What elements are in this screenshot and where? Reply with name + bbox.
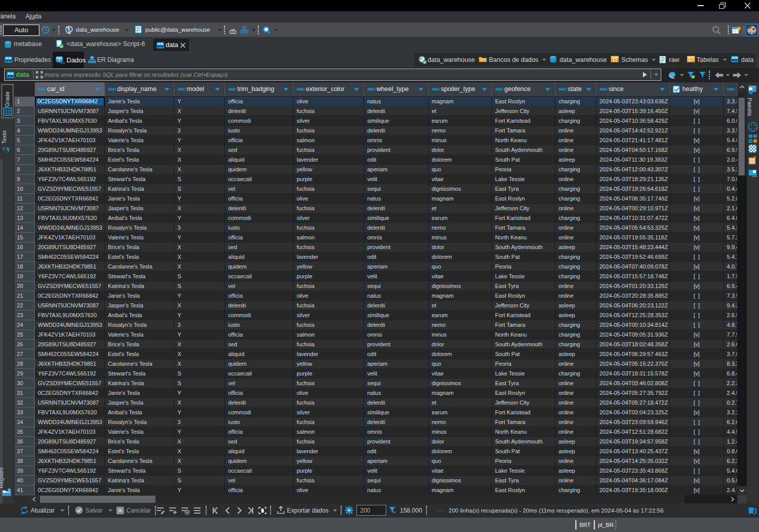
svg-text:T: T (7, 147, 10, 153)
